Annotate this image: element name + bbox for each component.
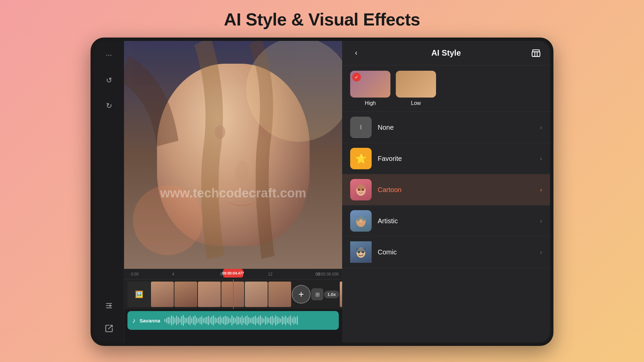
frame-placeholder-icon: 🖼️: [135, 290, 143, 298]
quality-label-high: High: [365, 100, 376, 106]
style-chevron-comic: ›: [540, 249, 542, 256]
svg-rect-20: [356, 248, 366, 252]
svg-point-8: [133, 185, 203, 255]
audio-name: Savanna: [140, 318, 160, 323]
quality-image-low: [396, 71, 436, 98]
style-thumb-cartoon: [350, 179, 372, 200]
selected-checkmark: ✓: [352, 73, 361, 81]
sidebar: ··· ↺ ↻: [94, 41, 124, 343]
ruler-mark-12: 12: [268, 272, 272, 277]
quality-thumb-low: [396, 71, 436, 98]
timeline-area: 0:00 4 8 12 16 00:00:04.477 00:00:36.000…: [124, 269, 342, 343]
speed-badge[interactable]: 1.0x: [324, 291, 339, 298]
scale-button[interactable]: ⊞: [311, 288, 323, 300]
style-chevron-favorite: ›: [540, 155, 542, 162]
style-name-cartoon: Cartoon: [378, 186, 540, 194]
quality-label-low: Low: [411, 100, 421, 106]
redo-icon[interactable]: ↻: [102, 99, 116, 113]
style-chevron-none: ›: [540, 124, 542, 131]
tablet-frame: ··· ↺ ↻: [91, 38, 553, 346]
tablet-inner: ··· ↺ ↻: [94, 41, 550, 343]
style-thumb-none: I: [350, 117, 372, 138]
style-thumb-artistic: [350, 210, 372, 232]
svg-point-13: [362, 189, 364, 191]
video-frame-3: [198, 282, 221, 307]
store-button[interactable]: [530, 47, 542, 59]
style-thumb-favorite: ⭐: [350, 148, 372, 169]
timeline-ruler: 0:00 4 8 12 16 00:00:04.477 00:00:36.000: [124, 269, 342, 280]
audio-icon: ♪: [132, 317, 136, 324]
svg-line-3: [108, 325, 112, 329]
video-frame-7: [340, 282, 342, 307]
quality-option-high[interactable]: ✓ High: [350, 71, 390, 106]
style-name-comic: Comic: [378, 248, 540, 256]
style-list: I None › ⭐ Favorite ›: [342, 112, 550, 343]
video-preview: www.techcodecraft.com: [124, 41, 342, 269]
style-item-none[interactable]: I None ›: [342, 112, 550, 143]
style-item-comic[interactable]: Comic ›: [342, 237, 550, 268]
more-options-icon[interactable]: ···: [102, 48, 116, 62]
style-chevron-cartoon: ›: [540, 186, 542, 193]
style-thumb-comic: [350, 241, 372, 263]
quality-option-low[interactable]: Low: [396, 71, 436, 106]
video-preview-image: www.techcodecraft.com: [124, 41, 342, 269]
layers-icon[interactable]: [102, 298, 116, 313]
style-name-artistic: Artistic: [378, 217, 540, 225]
total-time: 00:00:36.000: [315, 272, 339, 277]
app-body: ··· ↺ ↻: [94, 41, 550, 343]
undo-icon[interactable]: ↺: [102, 73, 116, 88]
ai-style-panel: ‹ AI Style: [342, 41, 550, 343]
audio-track[interactable]: ♪ Savanna: [127, 311, 339, 330]
playhead-line: [233, 280, 234, 309]
ruler-mark-0: 0:00: [131, 272, 139, 277]
playhead-time: 00:00:04.477: [223, 269, 243, 278]
style-item-favorite[interactable]: ⭐ Favorite ›: [342, 143, 550, 174]
video-area: www.techcodecraft.com 0:00 4 8 12 16 00:…: [124, 41, 342, 343]
quality-thumb-high: ✓: [350, 71, 390, 98]
page-title: AI Style & Visual Effects: [224, 9, 420, 29]
video-frame-first: 🖼️: [127, 282, 150, 307]
export-icon[interactable]: [102, 321, 116, 336]
video-frame-4: [221, 282, 244, 307]
svg-rect-9: [532, 52, 540, 57]
add-clip-button[interactable]: +: [292, 285, 311, 304]
quality-options: ✓ High Low: [342, 65, 550, 112]
svg-point-12: [358, 189, 360, 191]
panel-header: ‹ AI Style: [342, 41, 550, 65]
video-frame-5: [245, 282, 268, 307]
video-frame-1: [151, 282, 174, 307]
sidebar-bottom: [102, 298, 116, 336]
video-frame-6: [268, 282, 291, 307]
ruler-mark-4: 4: [172, 272, 174, 277]
video-frame-2: [174, 282, 197, 307]
style-name-none: None: [378, 124, 540, 131]
video-strip[interactable]: 🖼️ + ⊞ 1.0x: [124, 280, 342, 309]
style-chevron-artistic: ›: [540, 218, 542, 225]
style-name-favorite: Favorite: [378, 155, 540, 163]
svg-point-16: [359, 219, 363, 223]
audio-waveform: [164, 314, 334, 326]
panel-title: AI Style: [362, 48, 530, 58]
style-item-cartoon[interactable]: Cartoon ›: [342, 174, 550, 205]
back-button[interactable]: ‹: [350, 47, 362, 59]
svg-point-7: [246, 41, 342, 142]
style-item-artistic[interactable]: Artistic ›: [342, 205, 550, 237]
